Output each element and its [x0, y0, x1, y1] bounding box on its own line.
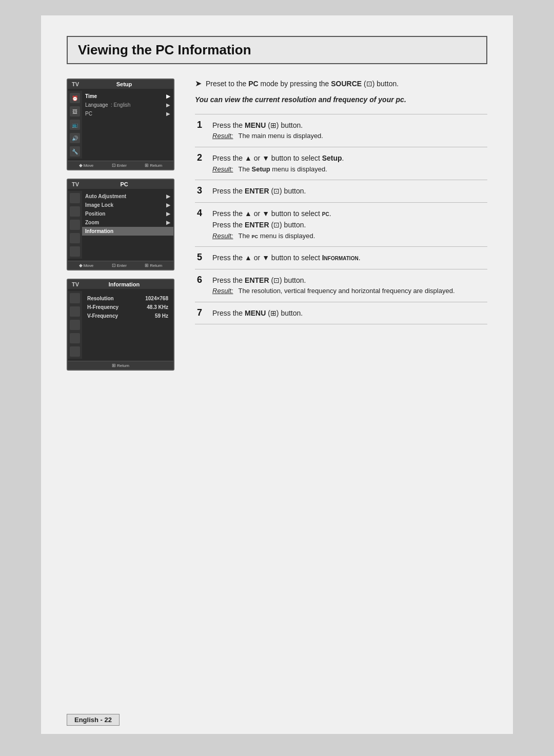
info-row-vfreq: V-Frequency 59 Hz — [85, 312, 170, 320]
pc-row-information: Information — [82, 227, 173, 236]
pc-arrow-imagelock: ▶ — [166, 202, 170, 208]
step-row-6: 6 Press the ENTER (⊡) button. Result: Th… — [195, 269, 487, 302]
step-row-3: 3 Press the ENTER (⊡) button. — [195, 180, 487, 202]
footer-return-3: ⊞ Return — [112, 363, 129, 368]
tv-label-2: TV — [72, 181, 79, 187]
step-num-4: 4 — [195, 202, 209, 247]
page: Viewing the PC Information TV Setup ⏰ 🖼 — [41, 15, 513, 734]
setup-arrow-language: ▶ — [166, 102, 170, 108]
step-num-2: 2 — [195, 147, 209, 180]
tv-screen-information: TV Information — [67, 279, 174, 371]
step-row-2: 2 Press the ▲ or ▼ button to select Setu… — [195, 147, 487, 180]
tv-screen-pc-header: TV PC — [68, 180, 173, 189]
setup-item-time: Time — [85, 93, 97, 99]
pc-row-imagelock: Image Lock ▶ — [82, 201, 173, 209]
footer-enter-1: ⊡ Enter — [112, 163, 127, 168]
step-content-1: Press the MENU (⊞) button. Result: The m… — [209, 114, 487, 147]
info-label-resolution: Resolution — [87, 296, 114, 301]
pc-arrow-autoadj: ▶ — [166, 193, 170, 199]
tv-title-2: PC — [79, 181, 169, 187]
icon-channel: 📺 — [70, 120, 80, 130]
info-value-resolution: 1024×768 — [145, 296, 168, 301]
page-footer: English - 22 — [67, 715, 120, 724]
preset-note: ➤ Preset to the PC mode by pressing the … — [195, 79, 487, 88]
footer-move-2: ◆ Move — [79, 263, 94, 268]
title-box: Viewing the PC Information — [67, 36, 487, 64]
icon-info-1 — [70, 293, 80, 303]
icon-info-5 — [70, 346, 80, 357]
icon-sound: 🔊 — [70, 133, 80, 143]
pc-item-position: Position — [85, 211, 105, 217]
tv-screen-pc: TV PC — [67, 179, 174, 270]
right-column: ➤ Preset to the PC mode by pressing the … — [195, 79, 487, 324]
tv-label-1: TV — [72, 81, 79, 87]
setup-arrow-pc: ▶ — [166, 111, 170, 117]
info-value-hfreq: 48.3 KHz — [147, 304, 168, 310]
setup-row-pc: PC ▶ — [82, 109, 173, 118]
pc-arrow-position: ▶ — [166, 211, 170, 217]
step-content-6: Press the ENTER (⊡) button. Result: The … — [209, 269, 487, 302]
pc-row-zoom: Zoom ▶ — [82, 218, 173, 227]
main-layout: TV Setup ⏰ 🖼 📺 🔊 🔧 — [67, 79, 487, 379]
info-row-hfreq: H-Frequency 48.3 KHz — [85, 303, 170, 312]
tv-screen-info-header: TV Information — [68, 280, 173, 289]
step-num-5: 5 — [195, 247, 209, 269]
pc-item-zoom: Zoom — [85, 220, 99, 225]
result-text-4: The pc menu is displayed. — [238, 231, 315, 242]
result-label-6: Result: — [212, 286, 233, 297]
pc-row-position: Position ▶ — [82, 209, 173, 218]
pc-row-autoadj: Auto Adjustment ▶ — [82, 192, 173, 201]
step-content-7: Press the MENU (⊞) button. — [209, 302, 487, 324]
result-text-2: The Setup menu is displayed. — [238, 164, 327, 175]
icon-info-4 — [70, 333, 80, 343]
pc-arrow-zoom: ▶ — [166, 220, 170, 225]
tv-screen-pc-footer: ◆ Move ⊡ Enter ⊞ Return — [68, 261, 173, 269]
icon-pc-5 — [70, 246, 80, 257]
step-content-5: Press the ▲ or ▼ button to select Inform… — [209, 247, 487, 269]
info-row-resolution: Resolution 1024×768 — [85, 294, 170, 303]
tv-screen-setup: TV Setup ⏰ 🖼 📺 🔊 🔧 — [67, 79, 174, 170]
pc-item-imagelock: Image Lock — [85, 202, 113, 208]
tv-title-3: Information — [79, 281, 169, 287]
result-label-2: Result: — [212, 164, 233, 175]
info-label-hfreq: H-Frequency — [87, 304, 118, 310]
setup-row-time: Time ▶ — [82, 92, 173, 101]
setup-row-language: Language : English ▶ — [82, 101, 173, 109]
info-value-vfreq: 59 Hz — [155, 313, 168, 319]
result-label-4: Result: — [212, 231, 233, 242]
left-column: TV Setup ⏰ 🖼 📺 🔊 🔧 — [67, 79, 180, 379]
step-num-1: 1 — [195, 114, 209, 147]
page-title: Viewing the PC Information — [78, 42, 251, 57]
step-num-7: 7 — [195, 302, 209, 324]
icon-clock: ⏰ — [70, 93, 80, 103]
pc-item-information: Information — [85, 228, 113, 234]
italic-note: You can view the current resolution and … — [195, 95, 487, 104]
icon-pc-1 — [70, 193, 80, 203]
step-content-4: Press the ▲ or ▼ button to select pc. Pr… — [209, 202, 487, 247]
tv-screen-setup-footer: ◆ Move ⊡ Enter ⊞ Return — [68, 161, 173, 169]
step-row-1: 1 Press the MENU (⊞) button. Result: The… — [195, 114, 487, 147]
page-number: English - 22 — [67, 714, 120, 726]
step-content-3: Press the ENTER (⊡) button. — [209, 180, 487, 202]
icon-info-2 — [70, 306, 80, 317]
result-text-6: The resolution, vertical frequency and h… — [238, 286, 454, 297]
tv-title-1: Setup — [79, 81, 169, 87]
instruction-table: 1 Press the MENU (⊞) button. Result: The… — [195, 114, 487, 324]
footer-move-1: ◆ Move — [79, 163, 94, 168]
tv-screen-info-body: Resolution 1024×768 H-Frequency 48.3 KHz… — [68, 289, 173, 361]
icon-pc-3 — [70, 220, 80, 230]
result-text-1: The main menu is displayed. — [238, 131, 323, 142]
setup-arrow-time: ▶ — [166, 93, 170, 99]
pc-item-autoadj: Auto Adjustment — [85, 193, 126, 199]
step-num-3: 3 — [195, 180, 209, 202]
footer-return-2: ⊞ Return — [145, 263, 162, 268]
result-label-1: Result: — [212, 131, 233, 142]
setup-item-language: Language : English — [85, 102, 130, 108]
info-label-vfreq: V-Frequency — [87, 313, 118, 319]
step-row-7: 7 Press the MENU (⊞) button. — [195, 302, 487, 324]
icon-pc-4 — [70, 233, 80, 243]
setup-item-pc: PC — [85, 111, 92, 117]
tv-screen-pc-body: Auto Adjustment ▶ Image Lock ▶ Position … — [68, 189, 173, 261]
tv-label-3: TV — [72, 281, 79, 287]
icon-pc-2 — [70, 206, 80, 217]
